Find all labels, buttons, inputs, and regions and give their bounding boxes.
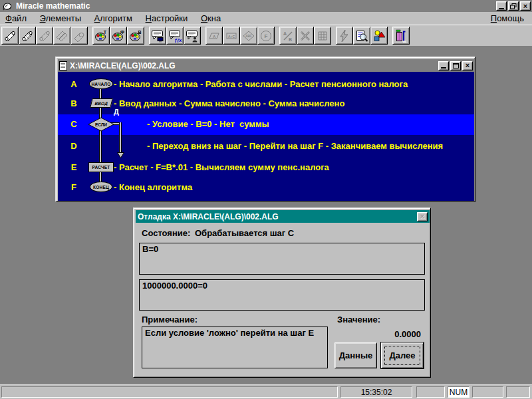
menu-settings[interactable]: Настройки: [140, 12, 194, 25]
statusbar: 15:35:02 NUM: [0, 384, 532, 399]
svg-text:В: В: [138, 30, 141, 35]
debug-dialog-titlebar[interactable]: Отладка X:\MIRACLE\(ALG)\002.ALG ×: [136, 210, 430, 223]
alg-minimize-button[interactable]: [438, 61, 449, 70]
svg-text:ƒ(x): ƒ(x): [174, 37, 182, 43]
block-function-button: F: [257, 27, 275, 45]
scroll-disabled-icon: [38, 29, 51, 43]
menu-help[interactable]: Помощь: [485, 12, 529, 25]
open-algorithm-button[interactable]: [19, 27, 36, 45]
eraser-disabled-icon: [72, 29, 86, 43]
maximize-icon: [453, 63, 459, 68]
note-label: Примечание:: [142, 315, 198, 325]
data-button[interactable]: Данные: [334, 342, 377, 368]
status-panel: [506, 386, 530, 398]
palette-v-icon: В: [129, 29, 142, 43]
palette-v-button[interactable]: В: [127, 27, 144, 45]
step-letter-e: E: [66, 162, 82, 172]
evaluation-box: 1000000.0000=0: [139, 279, 425, 311]
block-condition-button: АВС: [240, 27, 257, 45]
debug-button[interactable]: [353, 27, 370, 45]
svg-text:А: А: [283, 31, 287, 36]
bubble-computer-icon: [151, 29, 164, 43]
document-icon: [59, 61, 67, 70]
svg-text:Ф: Ф: [120, 30, 124, 35]
data-objects-button[interactable]: [370, 27, 388, 45]
state-label: Состояние:: [142, 228, 190, 238]
array-button: [314, 27, 331, 45]
flow-branch-line-v: [119, 122, 122, 152]
alg-close-button[interactable]: ×: [462, 61, 473, 70]
menu-elements[interactable]: Элементы: [35, 12, 86, 25]
duplicate-algorithm-button: [53, 27, 70, 45]
fraction-button: А В: [279, 27, 297, 45]
svg-text:А: А: [213, 34, 216, 38]
shape-calc-rect[interactable]: РАСЧЕТ: [88, 162, 114, 172]
step-letter-f: F: [66, 182, 82, 192]
shape-condition-diamond[interactable]: ЕСЛИ: [88, 117, 114, 132]
flow-arrowhead-icon: [117, 152, 124, 158]
block-assignment-button: А+С: [223, 27, 240, 45]
bubble-person-icon: [186, 29, 199, 43]
save-algorithm-button: [36, 27, 53, 45]
app-icon: [1, 1, 13, 11]
fraction-icon: А В: [281, 29, 295, 43]
restore-icon: [510, 3, 517, 9]
alg-maximize-button[interactable]: [450, 61, 461, 70]
step-letter-a: A: [66, 79, 82, 89]
step-text-f[interactable]: - Конец алгоритма: [114, 182, 192, 192]
close-button[interactable]: ×: [520, 1, 531, 11]
dialog-close-button[interactable]: ×: [417, 212, 428, 221]
minimize-button[interactable]: [496, 1, 507, 11]
step-letter-b: B: [66, 98, 82, 108]
erase-algorithm-button: [70, 27, 88, 45]
palette-f-button[interactable]: Ф: [110, 27, 127, 45]
branch-yes-label: Д: [114, 108, 119, 116]
state-value: Обрабатывается шаг C: [195, 228, 294, 238]
palette-t-icon: Т: [94, 29, 108, 43]
next-button[interactable]: Далее: [381, 342, 424, 368]
algorithm-window-title: X:\MIRACLE\(ALG)\002.ALG: [70, 61, 176, 70]
step-text-e[interactable]: - Расчет - F=B*.01 - Вычисляем сумму пен…: [114, 162, 329, 172]
menu-windows[interactable]: Окна: [196, 12, 226, 25]
step-text-d[interactable]: - Переход вниз на шаг - Перейти на шаг F…: [147, 141, 443, 151]
new-algorithm-button[interactable]: [1, 27, 19, 45]
algorithm-canvas: Д НАЧАЛО ВВОД ЕСЛИ РАСЧЕТ КОНЕЦ A B C D …: [58, 72, 474, 201]
lightning-icon: [338, 29, 351, 43]
block-function-icon: F: [259, 29, 273, 43]
value-label: Значение:: [337, 315, 380, 325]
status-panel: [472, 386, 503, 398]
svg-text:ЕСЛИ: ЕСЛИ: [95, 122, 107, 127]
exit-door-icon: [394, 29, 408, 43]
shape-end-oval[interactable]: КОНЕЦ: [90, 182, 112, 192]
shape-input-parallelogram[interactable]: ВВОД: [90, 98, 112, 108]
comment-formula-button[interactable]: ƒ(x): [166, 27, 184, 45]
note-box: Если условие 'ложно' перейти на шаг E: [142, 327, 328, 368]
svg-text:В: В: [289, 37, 292, 42]
step-letter-c: C: [66, 119, 82, 129]
menu-algorithm[interactable]: Алгоритм: [89, 12, 138, 25]
step-text-c[interactable]: - Условие - B=0 - Нет суммы: [147, 119, 269, 129]
block-assignment-icon: А+С: [225, 29, 238, 43]
minimize-icon: [441, 67, 446, 68]
minimize-icon: [499, 8, 504, 9]
step-text-a[interactable]: - Начало алгоритма - Работа с числами - …: [114, 79, 408, 89]
menu-file[interactable]: Файл: [0, 12, 32, 25]
scroll-lines-icon: [21, 29, 34, 43]
restore-button[interactable]: [508, 1, 519, 11]
block-input-button: А: [205, 27, 223, 45]
scroll-icon: [3, 29, 17, 43]
algorithm-window-titlebar[interactable]: X:\MIRACLE\(ALG)\002.ALG ×: [58, 59, 474, 72]
palette-t-button[interactable]: Т: [92, 27, 110, 45]
exit-button[interactable]: [392, 27, 410, 45]
cross-icon: [299, 29, 312, 43]
step-letter-d: D: [66, 141, 82, 151]
comment-author-button[interactable]: [184, 27, 201, 45]
palette-f-icon: Ф: [112, 29, 125, 43]
main-titlebar[interactable]: Miracle mathematic ×: [0, 0, 532, 12]
step-text-b[interactable]: - Ввод данных - Сумма начислено - Сумма …: [114, 98, 344, 108]
comment-screen-button[interactable]: [149, 27, 166, 45]
focus-rect: [384, 346, 420, 365]
shape-start-oval[interactable]: НАЧАЛО: [89, 78, 113, 89]
condition-box: B=0: [139, 243, 425, 275]
desktop: Miracle mathematic × Файл Элементы Алгор…: [0, 0, 532, 399]
